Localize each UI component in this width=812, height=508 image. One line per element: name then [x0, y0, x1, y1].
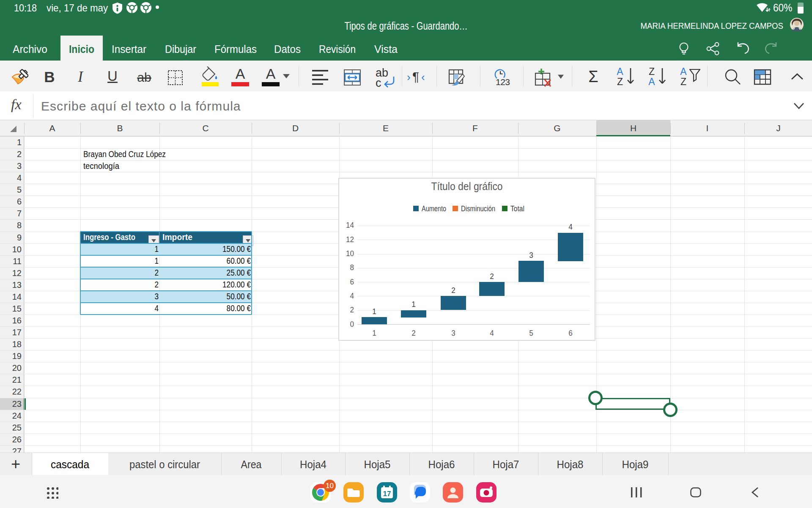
- svg-text:17: 17: [383, 490, 391, 498]
